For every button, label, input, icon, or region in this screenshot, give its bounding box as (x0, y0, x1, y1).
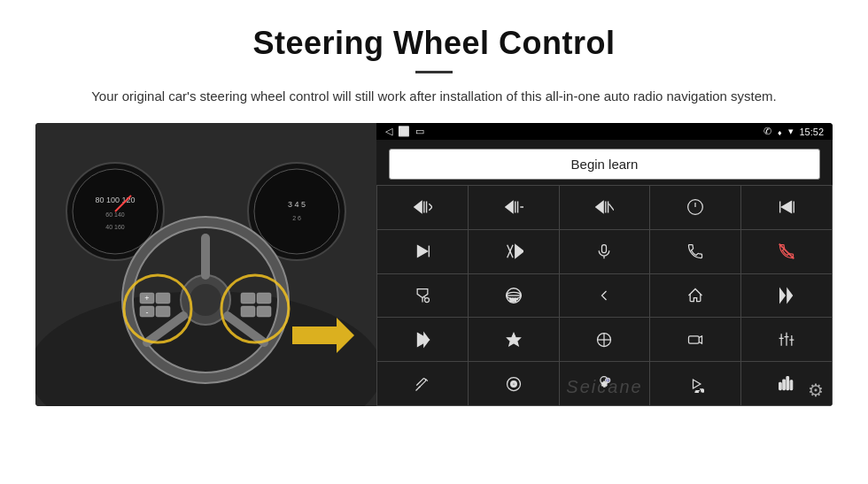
end-call-icon[interactable] (741, 230, 832, 273)
page-title: Steering Wheel Control (35, 25, 833, 62)
radio-icon[interactable] (650, 318, 740, 361)
status-left: ◁ ⬜ ▭ (385, 126, 424, 137)
svg-line-36 (429, 207, 432, 211)
svg-point-85 (512, 382, 515, 385)
svg-rect-24 (156, 306, 170, 317)
begin-learn-row: Begin learn (376, 140, 833, 185)
svg-rect-74 (689, 336, 700, 343)
home-icon[interactable] (650, 274, 740, 318)
power-icon[interactable] (650, 186, 740, 229)
svg-rect-30 (257, 306, 271, 317)
svg-point-93 (695, 390, 698, 393)
wifi-status-icon: ▾ (788, 126, 794, 137)
svg-rect-27 (241, 293, 255, 303)
svg-point-91 (701, 388, 704, 391)
svg-marker-67 (787, 289, 793, 303)
android-panel: ◁ ⬜ ▭ ✆ ⬧ ▾ 15:52 Begin learn 360°✱ Sei (376, 123, 833, 406)
svg-text:60   140: 60 140 (105, 211, 125, 218)
svg-marker-47 (782, 202, 792, 213)
location-status-icon: ⬧ (777, 127, 783, 137)
vol-down-icon[interactable] (469, 186, 559, 229)
shuffle-icon[interactable] (469, 230, 559, 273)
prev-track-icon[interactable] (741, 186, 832, 229)
car-image: 80 100 120 60 140 40 160 3 4 5 2 6 (35, 123, 376, 406)
subtitle: Your original car's steering wheel contr… (89, 86, 779, 107)
title-section: Steering Wheel Control Your original car… (35, 25, 833, 107)
svg-rect-23 (156, 293, 170, 303)
page-container: Steering Wheel Control Your original car… (0, 0, 868, 424)
title-divider (415, 71, 453, 73)
svg-line-44 (609, 204, 615, 211)
svg-rect-96 (787, 376, 789, 389)
svg-rect-55 (602, 245, 607, 253)
svg-rect-94 (779, 382, 782, 389)
svg-text:360°: 360° (509, 298, 518, 303)
svg-point-9 (254, 169, 339, 254)
skip-prev-icon[interactable] (741, 274, 832, 318)
music-icon[interactable] (650, 362, 740, 405)
svg-marker-54 (515, 245, 523, 258)
svg-text:+: + (144, 294, 149, 303)
svg-text:2   6: 2 6 (292, 215, 301, 221)
svg-line-35 (429, 204, 432, 208)
svg-marker-70 (507, 333, 520, 345)
skip-next-icon[interactable] (377, 318, 468, 361)
mic-icon[interactable] (560, 230, 650, 273)
svg-text:3 4 5: 3 4 5 (288, 200, 306, 209)
status-bar: ◁ ⬜ ▭ ✆ ⬧ ▾ 15:52 (376, 123, 833, 140)
svg-text:-: - (146, 308, 149, 317)
svg-point-60 (424, 297, 429, 302)
bluetooth-icon[interactable]: ✱ (560, 362, 650, 405)
back-icon[interactable] (560, 274, 650, 318)
control-grid: 360°✱ (376, 185, 833, 406)
svg-rect-28 (241, 306, 255, 317)
svg-marker-32 (415, 202, 422, 213)
svg-rect-29 (257, 293, 271, 303)
svg-marker-50 (417, 246, 427, 257)
eq-icon[interactable] (741, 318, 832, 361)
svg-marker-37 (506, 202, 513, 213)
360-view-icon[interactable]: 360° (469, 274, 559, 318)
home-nav-icon[interactable]: ⬜ (398, 126, 410, 137)
svg-marker-41 (596, 202, 603, 213)
horn-icon[interactable] (377, 274, 468, 318)
phone-call-icon[interactable] (650, 230, 740, 273)
source-icon[interactable] (560, 318, 650, 361)
svg-rect-95 (783, 380, 786, 390)
next-icon[interactable] (377, 230, 468, 273)
settings-gear-icon[interactable]: ⚙ (808, 380, 824, 401)
svg-rect-97 (790, 380, 793, 389)
content-row: 80 100 120 60 140 40 160 3 4 5 2 6 (35, 123, 833, 406)
begin-learn-button[interactable]: Begin learn (389, 149, 820, 180)
svg-text:✱: ✱ (601, 379, 608, 388)
back-nav-icon[interactable]: ◁ (385, 126, 392, 137)
recents-nav-icon[interactable]: ▭ (415, 126, 424, 137)
svg-point-15 (190, 284, 221, 316)
svg-marker-66 (780, 289, 786, 303)
status-right: ✆ ⬧ ▾ 15:52 (763, 126, 824, 137)
vol-up-icon[interactable] (377, 186, 468, 229)
svg-text:40   160: 40 160 (105, 224, 125, 230)
phone-status-icon: ✆ (763, 126, 771, 137)
svg-marker-69 (424, 333, 430, 346)
navigate-icon[interactable] (469, 318, 559, 361)
svg-marker-58 (417, 288, 428, 297)
edit-icon[interactable] (377, 362, 468, 405)
time-display: 15:52 (799, 127, 824, 137)
camera-icon[interactable] (469, 362, 559, 405)
mute-icon[interactable] (560, 186, 650, 229)
